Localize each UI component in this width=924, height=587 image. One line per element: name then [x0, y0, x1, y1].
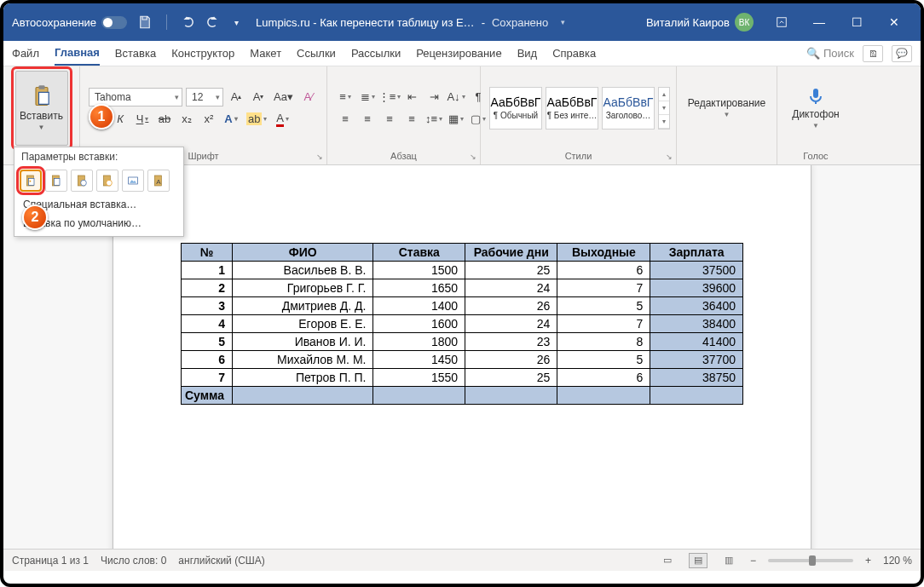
superscript-icon[interactable]: x²: [199, 110, 218, 129]
editing-button[interactable]: Редактирование ▼: [685, 97, 768, 118]
style-heading1[interactable]: АаБбВвГЗаголово…: [602, 87, 655, 129]
bullets-icon[interactable]: ≡: [336, 88, 355, 106]
save-icon[interactable]: [137, 14, 153, 30]
ribbon-tabs: Файл Главная Вставка Конструктор Макет С…: [3, 41, 921, 66]
increase-indent-icon[interactable]: ⇥: [424, 88, 443, 106]
tab-view[interactable]: Вид: [517, 42, 538, 65]
cell-workdays: 24: [465, 279, 557, 297]
user-name: Виталий Каиров: [646, 16, 730, 29]
minimize-icon[interactable]: —: [801, 9, 837, 35]
style-normal[interactable]: АаБбВвГ¶ Обычный: [489, 87, 542, 129]
redo-icon[interactable]: [205, 14, 220, 30]
font-size-combo[interactable]: 12: [186, 88, 223, 106]
dialog-launcher-icon[interactable]: ↘: [666, 153, 673, 161]
view-web-icon[interactable]: ▥: [719, 553, 738, 568]
multilevel-icon[interactable]: ⋮≡: [380, 88, 399, 106]
change-case-icon[interactable]: Aa▾: [271, 88, 296, 106]
search-icon: 🔍: [806, 47, 820, 60]
clear-formatting-icon[interactable]: A⁄: [299, 88, 318, 106]
paste-use-dest-icon[interactable]: [45, 170, 67, 192]
cell-num: 6: [182, 351, 233, 369]
cell-rate: 1550: [373, 369, 465, 387]
tab-file[interactable]: Файл: [12, 42, 39, 65]
th-daysoff: Выходные: [557, 244, 650, 262]
styles-gallery[interactable]: АаБбВвГ¶ Обычный АаБбВвГ¶ Без инте… АаБб…: [489, 87, 670, 129]
autosave-label: Автосохранение: [12, 16, 96, 29]
underline-button[interactable]: Ч: [133, 110, 152, 129]
styles-scroll[interactable]: ▴▾▾: [658, 87, 670, 129]
view-print-icon[interactable]: ▤: [689, 553, 707, 568]
callout-1: 1: [89, 104, 114, 129]
view-focus-icon[interactable]: ▭: [658, 553, 677, 568]
zoom-slider[interactable]: [768, 559, 853, 562]
avatar[interactable]: ВК: [735, 13, 754, 32]
cell-salary: 38400: [650, 315, 743, 333]
close-icon[interactable]: ✕: [876, 9, 912, 35]
qat-customize-icon[interactable]: ▾: [228, 14, 244, 30]
tab-review[interactable]: Рецензирование: [416, 42, 501, 65]
tab-layout[interactable]: Макет: [250, 42, 281, 65]
paste-link-keep-source-icon[interactable]: [71, 170, 93, 192]
increase-font-icon[interactable]: A▴: [227, 88, 245, 106]
subscript-icon[interactable]: x₂: [177, 110, 196, 129]
status-language[interactable]: английский (США): [178, 555, 264, 567]
maximize-icon[interactable]: ☐: [839, 9, 875, 35]
comments-button[interactable]: 💬: [892, 45, 912, 62]
status-page[interactable]: Страница 1 из 1: [12, 555, 89, 567]
paste-link-use-dest-icon[interactable]: [96, 170, 118, 192]
dialog-launcher-icon[interactable]: ↘: [316, 153, 323, 161]
paste-button[interactable]: Вставить ▼: [15, 71, 68, 146]
table-row: 4Егоров Е. Е.160024738400: [182, 315, 743, 333]
decrease-indent-icon[interactable]: ⇤: [402, 88, 421, 106]
tab-design[interactable]: Конструктор: [171, 42, 234, 65]
cell-daysoff: 6: [557, 262, 650, 279]
chevron-down-icon: ▼: [38, 124, 45, 131]
dictate-button[interactable]: Диктофон ▼: [786, 86, 846, 129]
paste-picture-icon[interactable]: [122, 170, 144, 192]
paste-icon: [30, 84, 54, 108]
table-row: 2Григорьев Г. Г.165024739600: [182, 279, 743, 297]
tab-help[interactable]: Справка: [552, 42, 596, 65]
tab-home[interactable]: Главная: [55, 41, 100, 66]
text-effects-icon[interactable]: A: [222, 110, 240, 129]
tab-mailings[interactable]: Рассылки: [351, 42, 401, 65]
line-spacing-icon[interactable]: ↕≡: [424, 110, 443, 129]
font-color-icon[interactable]: A: [273, 110, 292, 129]
decrease-font-icon[interactable]: A▾: [249, 88, 268, 106]
status-words[interactable]: Число слов: 0: [101, 555, 166, 567]
style-no-spacing[interactable]: АаБбВвГ¶ Без инте…: [546, 87, 598, 129]
tab-insert[interactable]: Вставка: [115, 42, 156, 65]
title-chevron-icon[interactable]: ▾: [555, 14, 570, 30]
autosave-toggle[interactable]: [101, 16, 127, 29]
undo-icon[interactable]: [181, 14, 196, 30]
zoom-level[interactable]: 120 %: [883, 555, 912, 567]
align-center-icon[interactable]: ≡: [358, 110, 377, 129]
strikethrough-icon[interactable]: ab: [155, 110, 174, 129]
align-left-icon[interactable]: ≡: [336, 110, 355, 129]
justify-icon[interactable]: ≡: [402, 110, 421, 129]
dialog-launcher-icon[interactable]: ↘: [470, 153, 476, 161]
zoom-out-button[interactable]: −: [750, 555, 756, 567]
tab-references[interactable]: Ссылки: [297, 42, 336, 65]
sort-icon[interactable]: A↓: [447, 88, 465, 106]
share-button[interactable]: 🖻: [863, 45, 883, 62]
zoom-in-button[interactable]: +: [865, 555, 871, 567]
saved-status: Сохранено: [492, 16, 548, 29]
cell-rate: 1800: [373, 333, 465, 351]
ribbon-options-icon[interactable]: [764, 9, 800, 35]
sum-label: Сумма: [182, 387, 233, 405]
th-rate: Ставка: [373, 244, 465, 262]
align-right-icon[interactable]: ≡: [380, 110, 399, 129]
editing-group-label: [677, 149, 777, 164]
shading-icon[interactable]: ▦: [447, 110, 465, 129]
paste-keep-source-icon[interactable]: [20, 170, 42, 192]
search-box[interactable]: 🔍 Поиск: [806, 47, 854, 60]
cell-workdays: 26: [465, 297, 557, 315]
cell-name: Иванов И. И.: [232, 333, 373, 351]
svg-text:A: A: [156, 178, 161, 186]
numbering-icon[interactable]: ≣: [358, 88, 377, 106]
svg-point-12: [107, 180, 113, 186]
cell-daysoff: 7: [557, 315, 650, 333]
paste-text-only-icon[interactable]: A: [147, 170, 170, 192]
highlight-icon[interactable]: ab: [244, 110, 269, 129]
